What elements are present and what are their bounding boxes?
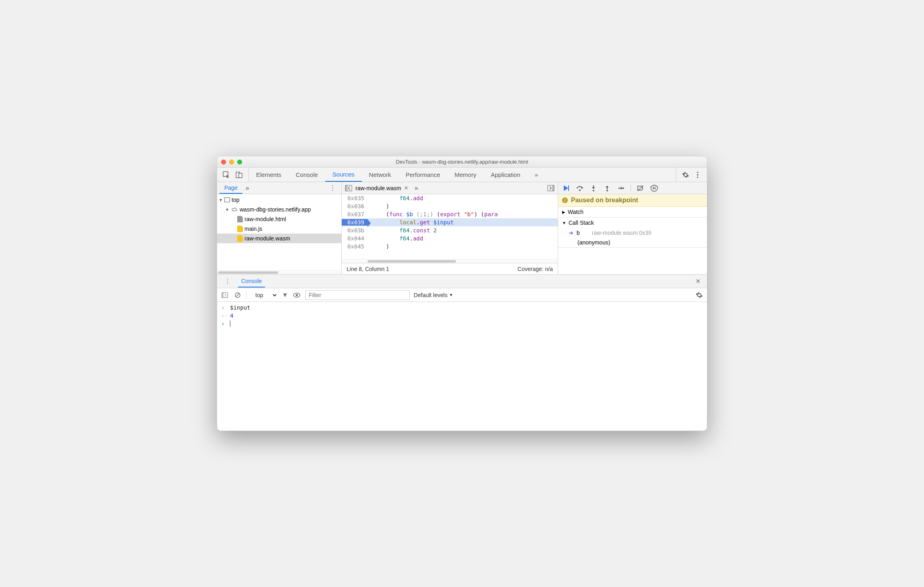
callstack-section: ▼ Call Stack ➜ b raw-module.wasm:0x39 (a… [558,218,707,248]
gutter-address[interactable]: 0x03b [342,227,368,234]
toggle-debugger-icon[interactable] [546,184,555,193]
console-prompt[interactable]: › [217,320,707,328]
current-frame-icon: ➜ [569,230,573,236]
drawer-menu-icon[interactable]: ⋮ [221,277,234,285]
code-line[interactable]: 0x035 f64.add [342,194,558,202]
callstack-header[interactable]: ▼ Call Stack [558,218,707,228]
live-expression-icon[interactable] [292,291,301,300]
tree-file[interactable]: raw-module.html [217,214,341,224]
gutter-address[interactable]: 0x045 [342,243,368,250]
paused-text: Paused on breakpoint [571,197,638,204]
tree-file[interactable]: main.js [217,224,341,234]
device-toolbar-icon[interactable] [235,170,244,179]
debug-toolbar [558,182,707,194]
editor-overflow[interactable]: » [411,185,421,192]
clear-console-icon[interactable] [233,291,242,300]
tab-console[interactable]: Console [289,168,325,182]
gutter-address[interactable]: 0x039 [342,219,368,226]
settings-gear-icon[interactable] [681,170,690,179]
close-drawer-icon[interactable]: × [693,277,703,286]
code-editor[interactable]: 0x035 f64.add0x036 )0x037 (func $b (;1;)… [342,194,558,259]
svg-rect-16 [653,187,654,189]
step-into-icon[interactable] [589,184,598,192]
pause-exceptions-icon[interactable] [650,184,658,192]
toggle-navigator-icon[interactable] [344,184,353,193]
code-line[interactable]: 0x036 ) [342,202,558,210]
deactivate-breakpoints-icon[interactable] [637,184,645,192]
code-line[interactable]: 0x045 ) [342,242,558,250]
step-out-icon[interactable] [603,184,611,192]
tab-network[interactable]: Network [362,168,398,182]
gutter-address[interactable]: 0x044 [342,235,368,242]
close-tab-icon[interactable]: × [404,185,409,192]
console-settings-icon[interactable] [695,291,704,300]
output-chevron-icon: ‹· [221,312,227,319]
svg-rect-9 [552,185,554,191]
frame-name: (anonymous) [577,239,703,246]
code-line[interactable]: 0x03b f64.const 2 [342,226,558,234]
navigator-pane: Page » ⋮ ▼ top ▼ wasm-dbg-stories.netlif… [217,182,342,274]
svg-point-12 [593,190,594,191]
tab-elements[interactable]: Elements [249,168,289,182]
expand-icon: ▼ [562,221,566,225]
tree-domain[interactable]: ▼ wasm-dbg-stories.netlify.app [217,205,341,214]
expand-icon: ▼ [225,207,229,212]
console-body[interactable]: › $input ‹· 4 › [217,302,707,431]
expand-icon: ▶ [562,210,565,214]
code-text: ) [368,243,389,250]
navigator-scrollbar[interactable] [217,270,341,274]
svg-point-11 [579,189,581,191]
svg-line-21 [236,294,239,297]
code-line[interactable]: 0x039 local.get $input [342,218,558,226]
step-icon[interactable] [617,184,625,192]
editor-tab-name[interactable]: raw-module.wasm [355,185,401,191]
window-title: DevTools - wasm-dbg-stories.netlify.app/… [217,159,707,165]
debugger-pane: i Paused on breakpoint ▶ Watch ▼ Call St… [558,182,707,274]
callstack-frame[interactable]: ➜ b raw-module.wasm:0x39 [558,228,707,238]
log-levels-selector[interactable]: Default levels ▼ [414,292,453,298]
navigator-menu-icon[interactable]: ⋮ [326,184,339,192]
tab-overflow[interactable]: » [528,168,545,182]
code-text: local.get $input [368,219,454,226]
console-drawer: ⋮ Console × top ▼ Default levels ▼ [217,275,707,431]
code-text: f64.add [368,235,423,242]
context-selector[interactable]: top [251,290,278,300]
code-line[interactable]: 0x044 f64.add [342,234,558,242]
filter-input[interactable] [305,290,410,300]
gutter-address[interactable]: 0x036 [342,203,368,209]
tab-memory[interactable]: Memory [448,168,484,182]
console-input-line: › $input [217,304,707,312]
tree-label: wasm-dbg-stories.netlify.app [240,206,311,213]
resume-icon[interactable] [562,184,570,192]
callstack-frame[interactable]: (anonymous) [558,238,707,247]
code-line[interactable]: 0x037 (func $b (;1;) (export "b") (para [342,210,558,218]
watch-section[interactable]: ▶ Watch [558,207,707,218]
svg-point-4 [697,174,698,176]
code-text: f64.const 2 [368,227,437,234]
editor-scrollbar[interactable] [342,259,558,263]
info-icon: i [562,197,568,203]
navigator-tab-page[interactable]: Page [220,182,242,194]
gutter-address[interactable]: 0x037 [342,211,368,218]
tab-application[interactable]: Application [484,168,528,182]
code-text: f64.add [368,195,423,201]
callstack-label: Call Stack [569,220,594,226]
toggle-sidebar-icon[interactable] [220,291,229,300]
devtools-window: DevTools - wasm-dbg-stories.netlify.app/… [217,156,707,431]
inspect-element-icon[interactable] [222,170,231,179]
tree-root[interactable]: ▼ top [217,195,341,205]
gutter-address[interactable]: 0x035 [342,195,368,201]
navigator-overflow[interactable]: » [242,185,253,192]
console-output-line: ‹· 4 [217,312,707,320]
tree-file[interactable]: raw-module.wasm [217,234,341,243]
titlebar: DevTools - wasm-dbg-stories.netlify.app/… [217,156,707,168]
tree-label: raw-module.html [244,216,286,222]
tab-sources[interactable]: Sources [325,168,362,182]
drawer-tab-console[interactable]: Console [238,275,265,287]
input-chevron-icon: › [221,304,227,311]
step-over-icon[interactable] [576,184,584,192]
cloud-icon [231,207,238,212]
more-menu-icon[interactable] [693,170,702,179]
navigator-header: Page » ⋮ [217,182,341,194]
tab-performance[interactable]: Performance [398,168,448,182]
